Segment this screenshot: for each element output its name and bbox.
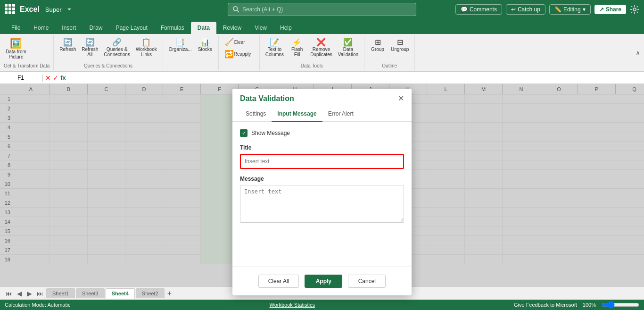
formula-confirm-icon[interactable]: ✓ <box>53 74 58 82</box>
title-text-input[interactable] <box>240 154 404 169</box>
ribbon-group-data-tools: 📝 Text toColumns ⚡ FlashFill ❌ RemoveDup… <box>260 35 364 70</box>
apply-button[interactable]: Apply <box>305 275 342 288</box>
sheet-tab-sheet4[interactable]: Sheet4 <box>106 288 135 299</box>
search-placeholder: Search (Alt + Q) <box>242 6 283 13</box>
message-textarea[interactable] <box>240 185 404 223</box>
formula-input[interactable] <box>68 75 642 81</box>
tab-draw[interactable]: Draw <box>83 22 109 34</box>
dialog-tab-error-alert[interactable]: Error Alert <box>322 107 359 122</box>
dialog-title: Data Validation <box>240 94 294 103</box>
zoom-level: 100% <box>583 302 596 308</box>
stocks-button[interactable]: 📊 Stocks <box>196 37 215 53</box>
group-label-queries: Queries & Connections <box>58 63 158 68</box>
cancel-button[interactable]: Cancel <box>348 275 386 288</box>
remove-duplicates-button[interactable]: ❌ RemoveDuplicates <box>308 37 334 58</box>
chevron-down-icon: ▾ <box>583 6 586 13</box>
ribbon-group-queries: 🔄 Refresh 🔄 RefreshAll 🔗 Queries &Connec… <box>54 35 163 70</box>
formula-cancel-icon[interactable]: ✕ <box>45 74 51 82</box>
ribbon-group-data-types: 📑 Organiza... 📊 Stocks <box>163 35 219 70</box>
search-bar[interactable]: Search (Alt + Q) <box>228 3 416 16</box>
dialog-body: ✓ Show Message Title Message <box>232 122 412 238</box>
status-feedback[interactable]: Give Feedback to Microsoft <box>514 302 577 308</box>
ribbon-collapse: ∧ <box>636 35 644 70</box>
dialog-tab-input-message[interactable]: Input Message <box>272 107 322 122</box>
data-validation-dialog: Data Validation ✕ Settings Input Message… <box>232 89 412 295</box>
comment-icon: 💬 <box>461 6 468 13</box>
settings-icon[interactable] <box>630 5 639 14</box>
waffle-menu-icon[interactable] <box>5 4 16 15</box>
tab-review[interactable]: Review <box>216 22 248 34</box>
show-message-row: ✓ Show Message <box>240 129 404 137</box>
ribbon-group-clear-reapply: 🧹 Clear 🔁 Reapply <box>219 35 260 70</box>
comments-button[interactable]: 💬 Comments <box>455 4 502 15</box>
share-button[interactable]: ↗ Share <box>594 5 626 14</box>
ribbon-collapse-button[interactable]: ∧ <box>636 49 640 57</box>
search-icon <box>233 6 239 13</box>
editing-button[interactable]: ✏️ Editing ▾ <box>549 4 591 15</box>
dialog-tabs: Settings Input Message Error Alert <box>232 107 412 122</box>
tab-page-layout[interactable]: Page Layout <box>109 22 154 34</box>
account-name: Super <box>45 6 62 13</box>
ribbon-group-get-transform: 🖼️ Data fromPicture Get & Transform Data <box>0 35 54 70</box>
dialog-footer: Clear All Apply Cancel <box>232 267 412 295</box>
zoom-slider[interactable] <box>602 301 639 309</box>
dialog-close-button[interactable]: ✕ <box>398 95 404 102</box>
text-to-columns-button[interactable]: 📝 Text toColumns <box>264 37 286 58</box>
message-field-label: Message <box>240 176 404 182</box>
status-workbook-statistics[interactable]: Workbook Statistics <box>270 302 315 308</box>
status-bar: Calculation Mode: Automatic Workbook Sta… <box>0 300 644 310</box>
data-picture-icon: 🖼️ <box>10 38 22 49</box>
formula-bar: F1 | ✕ ✓ fx <box>0 72 644 84</box>
modal-overlay: Data Validation ✕ Settings Input Message… <box>0 84 644 286</box>
data-validation-button[interactable]: ✅ DataValidation <box>336 37 360 58</box>
clear-ribbon-button[interactable]: 🧹 Clear <box>223 37 256 48</box>
account-dropdown-icon[interactable] <box>66 6 73 13</box>
ribbon-group-outline: ⊞ Group ⊟ Ungroup Outline <box>364 35 415 70</box>
tab-insert[interactable]: Insert <box>55 22 83 34</box>
group-label-data-tools: Data Tools <box>264 63 360 68</box>
sheet-nav-next[interactable]: ▶ <box>25 289 34 298</box>
sheet-tab-sheet1[interactable]: Sheet1 <box>46 288 75 298</box>
queries-connections-button[interactable]: 🔗 Queries &Connections <box>102 37 132 58</box>
tab-view[interactable]: View <box>248 22 273 34</box>
checkbox-check-icon: ✓ <box>242 130 246 136</box>
refresh-button[interactable]: 🔄 Refresh <box>58 37 78 53</box>
tab-help[interactable]: Help <box>273 22 298 34</box>
share-icon: ↗ <box>599 6 604 13</box>
clear-all-button[interactable]: Clear All <box>258 275 299 288</box>
tab-data[interactable]: Data <box>191 22 216 34</box>
tab-formulas[interactable]: Formulas <box>154 22 191 34</box>
organize-button[interactable]: 📑 Organiza... <box>167 37 194 53</box>
tab-home[interactable]: Home <box>27 22 55 34</box>
app-logo: Excel <box>20 5 40 14</box>
reapply-button[interactable]: 🔁 Reapply <box>223 49 256 59</box>
svg-point-2 <box>633 8 636 11</box>
sheet-tab-sheet2[interactable]: Sheet2 <box>136 288 165 298</box>
sheet-tab-sheet3[interactable]: Sheet3 <box>76 288 105 298</box>
ungroup-button[interactable]: ⊟ Ungroup <box>389 37 411 53</box>
dialog-header: Data Validation ✕ <box>232 89 412 107</box>
flash-fill-button[interactable]: ⚡ FlashFill <box>288 37 306 58</box>
workbook-links-button[interactable]: 📋 WorkbookLinks <box>134 37 159 58</box>
title-field-label: Title <box>240 144 404 151</box>
tab-file[interactable]: File <box>5 22 27 34</box>
refresh-all-button[interactable]: 🔄 RefreshAll <box>80 37 100 58</box>
group-button[interactable]: ⊞ Group <box>368 37 387 53</box>
group-label-get-transform: Get & Transform Data <box>4 63 50 68</box>
sheet-nav-last[interactable]: ⏭ <box>35 289 45 298</box>
title-bar: Excel Super Search (Alt + Q) 💬 Comments … <box>0 0 644 19</box>
dialog-tab-settings[interactable]: Settings <box>240 107 272 122</box>
ribbon-tabs: File Home Insert Draw Page Layout Formul… <box>0 19 644 34</box>
add-sheet-button[interactable]: + <box>167 289 172 298</box>
svg-point-0 <box>233 7 238 11</box>
formula-fx-icon[interactable]: fx <box>60 74 66 81</box>
sheet-nav-first[interactable]: ⏮ <box>4 289 14 298</box>
data-from-picture-button[interactable]: 🖼️ Data fromPicture <box>4 37 28 60</box>
show-message-checkbox[interactable]: ✓ <box>240 129 248 137</box>
catchup-button[interactable]: ↩ Catch up <box>506 4 545 15</box>
pencil-icon: ✏️ <box>554 6 561 13</box>
status-calculation-mode: Calculation Mode: Automatic <box>5 302 70 308</box>
cell-reference-input[interactable]: F1 <box>2 75 40 81</box>
show-message-label: Show Message <box>251 130 290 136</box>
sheet-nav-prev[interactable]: ◀ <box>15 289 24 298</box>
